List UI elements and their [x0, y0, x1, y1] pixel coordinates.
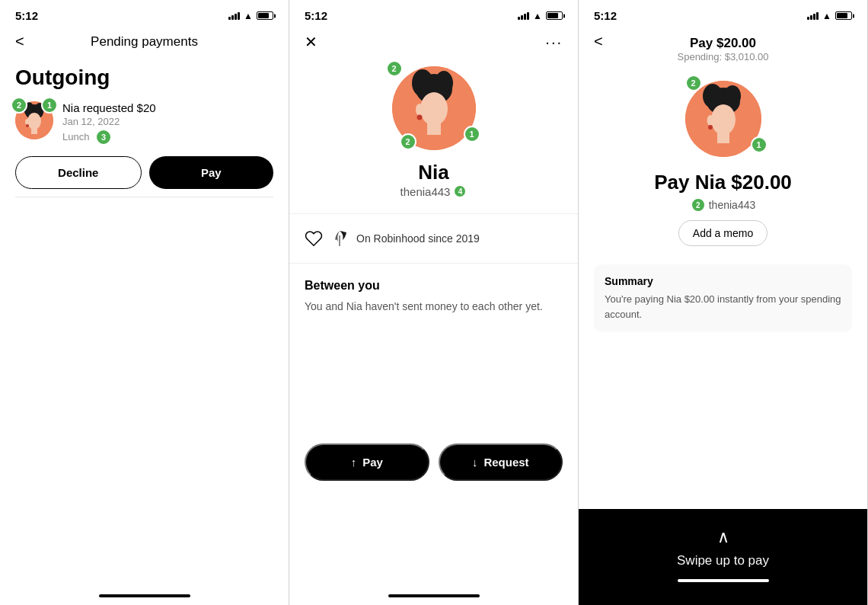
payment-memo: Lunch 3 [62, 129, 273, 146]
svg-rect-24 [717, 133, 729, 143]
add-memo-button[interactable]: Add a memo [678, 220, 767, 246]
svg-point-13 [416, 104, 423, 116]
svg-rect-15 [427, 123, 441, 135]
svg-point-12 [420, 92, 448, 126]
badge-1-s3: 1 [751, 136, 767, 153]
outgoing-label: Outgoing [0, 58, 289, 94]
screen1: 5:12 ▲ < Pending payments Outgoing 2 1 [0, 0, 289, 605]
profile-username: thenia443 4 [400, 184, 468, 198]
badge-1-s1: 1 [41, 97, 58, 114]
robinhood-info: On Robinhood since 2019 [289, 213, 578, 264]
avatar-illustration-3 [685, 81, 761, 157]
status-time-2: 5:12 [305, 9, 327, 22]
payment-name: Nia requested $20 [62, 101, 273, 114]
status-icons-1: ▲ [228, 11, 273, 21]
screen2-header: ✕ ··· [289, 25, 578, 59]
svg-point-6 [26, 124, 29, 127]
pay-arrow-up-icon: ↑ [351, 456, 357, 469]
status-time-1: 5:12 [15, 9, 38, 22]
status-icons-2: ▲ [518, 11, 563, 21]
pay-username: 2 thenia443 [691, 197, 756, 213]
svg-point-14 [416, 115, 422, 120]
action-buttons: Decline Pay [15, 156, 273, 189]
badge-2-username-s3: 2 [691, 197, 706, 213]
request-arrow-down-icon: ↓ [472, 456, 478, 469]
swipe-label: Swipe up to pay [677, 553, 769, 568]
screen1-header: < Pending payments [0, 25, 289, 58]
battery-icon-3 [835, 11, 852, 20]
request-button[interactable]: ↓ Request [439, 443, 563, 481]
svg-point-11 [435, 71, 453, 95]
between-you-section: Between you You and Nia haven't sent mon… [289, 264, 578, 330]
spending-label: Spending: $3,010.00 [594, 51, 852, 62]
wifi-icon-3: ▲ [822, 11, 831, 21]
battery-icon-1 [257, 11, 273, 20]
summary-title: Summary [605, 275, 841, 287]
badge-4-s2: 4 [453, 184, 467, 198]
back-button-1[interactable]: < [15, 33, 24, 50]
pay-button-2[interactable]: ↑ Pay [305, 443, 429, 481]
screen3-header: < Pay $20.00 Spending: $3,010.00 [579, 25, 867, 73]
payment-date: Jan 12, 2022 [62, 116, 273, 127]
avatar-wrap-1: 2 1 [15, 101, 53, 139]
status-icons-3: ▲ [807, 11, 852, 21]
profile-section: 2 2 1 Nia thenia443 4 [289, 59, 578, 213]
swipe-up-icon: ∧ [717, 527, 729, 547]
between-text: You and Nia haven't sent money to each o… [305, 299, 563, 315]
signal-icon-3 [807, 12, 819, 20]
close-button[interactable]: ✕ [305, 33, 318, 51]
pay-nia-label: Pay Nia $20.00 [654, 171, 792, 194]
svg-point-20 [724, 85, 741, 107]
large-avatar-wrap-3: 2 1 [685, 81, 761, 157]
badge-bottom-s2: 2 [400, 133, 416, 150]
more-button[interactable]: ··· [545, 34, 563, 51]
signal-icon-1 [228, 12, 240, 20]
screen2: 5:12 ▲ ✕ ··· 2 2 1 [289, 0, 579, 605]
large-avatar-wrap-2: 2 2 1 [392, 66, 476, 150]
pay-button-1[interactable]: Pay [149, 156, 274, 189]
profile-name: Nia [418, 161, 448, 184]
summary-section: Summary You're paying Nia $20.00 instant… [594, 264, 852, 332]
signal-icon-2 [518, 12, 529, 20]
screen2-footer: ↑ Pay ↓ Request [289, 428, 578, 496]
decline-button[interactable]: Decline [15, 156, 142, 189]
wifi-icon-2: ▲ [533, 11, 542, 21]
feather-icon [305, 229, 323, 248]
swipe-section[interactable]: ∧ Swipe up to pay [579, 509, 867, 605]
screen3: 5:12 ▲ < Pay $20.00 Spending: $3,010.00 … [579, 0, 868, 605]
badge-3-s1: 3 [95, 129, 112, 146]
large-avatar-3 [685, 81, 761, 157]
summary-text: You're paying Nia $20.00 instantly from … [605, 292, 841, 322]
svg-point-22 [707, 115, 713, 126]
payment-info: Nia requested $20 Jan 12, 2022 Lunch 3 [62, 101, 273, 146]
screen3-profile: 2 1 Pay Nia $20.00 2 thenia443 [579, 73, 867, 254]
svg-point-10 [412, 69, 433, 97]
badge-1-s2: 1 [464, 126, 480, 142]
svg-rect-7 [31, 128, 37, 134]
badge-top-s2: 2 [386, 60, 403, 77]
badge-2-s3: 2 [685, 75, 702, 91]
wifi-icon-1: ▲ [244, 11, 253, 21]
battery-icon-2 [546, 11, 563, 20]
status-bar-3: 5:12 ▲ [579, 0, 867, 25]
badge-2-s1: 2 [11, 97, 27, 114]
payment-row: 2 1 [15, 101, 273, 146]
status-bar-1: 5:12 ▲ [0, 0, 289, 25]
pay-title: Pay $20.00 [594, 36, 852, 51]
payment-item: 2 1 [0, 94, 289, 197]
divider-1 [15, 197, 273, 197]
pending-payments-title: Pending payments [91, 34, 198, 50]
home-indicator-1 [99, 594, 190, 597]
robinhood-since-text: On Robinhood since 2019 [356, 232, 480, 245]
svg-point-5 [25, 119, 30, 125]
home-indicator-2 [388, 594, 480, 597]
svg-point-21 [711, 104, 736, 135]
svg-point-19 [703, 84, 723, 108]
robinhood-feather-icon [330, 229, 349, 248]
svg-point-23 [708, 125, 713, 130]
back-button-3[interactable]: < [594, 33, 603, 50]
status-bar-2: 5:12 ▲ [289, 0, 578, 25]
status-time-3: 5:12 [594, 9, 617, 22]
home-indicator-3 [678, 579, 769, 582]
between-title: Between you [305, 279, 563, 293]
